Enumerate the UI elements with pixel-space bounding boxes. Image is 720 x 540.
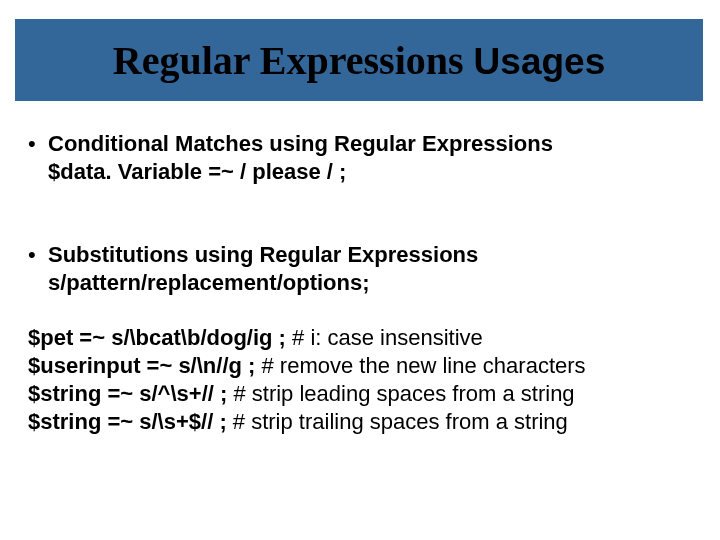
code-lead: $string =~ s/\s+$// ; [28,409,233,434]
slide-body: • Conditional Matches using Regular Expr… [28,130,700,437]
code-comment: # remove the new line characters [262,353,586,378]
bullet-item: • Substitutions using Regular Expression… [28,241,700,269]
slide-title: Regular Expressions Usages [113,37,605,84]
bullet-item: • Conditional Matches using Regular Expr… [28,130,700,158]
spacer [28,185,700,241]
code-lead: $userinput =~ s/\n//g ; [28,353,262,378]
code-comment: # i: case insensitive [292,325,483,350]
spacer [28,296,700,324]
code-line: $userinput =~ s/\n//g ; # remove the new… [28,352,700,380]
bullet-subline: $data. Variable =~ / please / ; [48,158,700,186]
code-comment: # strip leading spaces from a string [233,381,574,406]
code-lead: $pet =~ s/\bcat\b/dog/ig ; [28,325,292,350]
code-line: $string =~ s/\s+$// ; # strip trailing s… [28,408,700,436]
code-comment: # strip trailing spaces from a string [233,409,568,434]
title-band: Regular Expressions Usages [15,19,703,101]
title-part1: Regular Expressions [113,38,474,83]
code-lead: $string =~ s/^\s+// ; [28,381,233,406]
code-line: $string =~ s/^\s+// ; # strip leading sp… [28,380,700,408]
bullet-heading: Substitutions using Regular Expressions [48,241,700,269]
bullet-dot-icon: • [28,130,48,158]
bullet-heading: Conditional Matches using Regular Expres… [48,130,700,158]
title-part2: Usages [474,41,606,82]
bullet-subline: s/pattern/replacement/options; [48,269,700,297]
slide: Regular Expressions Usages • Conditional… [0,0,720,540]
bullet-dot-icon: • [28,241,48,269]
code-block: $pet =~ s/\bcat\b/dog/ig ; # i: case ins… [28,324,700,437]
code-line: $pet =~ s/\bcat\b/dog/ig ; # i: case ins… [28,324,700,352]
